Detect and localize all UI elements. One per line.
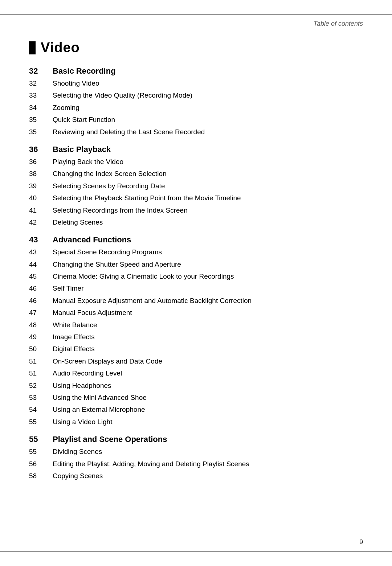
toc-entry-text: Shooting Video	[53, 78, 99, 89]
toc-entry-number: 52	[29, 380, 53, 391]
toc-entry-text: Selecting Scenes by Recording Date	[53, 181, 165, 192]
toc-entry-number: 38	[29, 168, 53, 179]
toc-entries-basic-recording: 32Shooting Video33Selecting the Video Qu…	[29, 78, 363, 138]
toc-section-header-playlist-scene-operations: 55Playlist and Scene Operations	[29, 435, 363, 444]
toc-entry-text: Audio Recording Level	[53, 368, 122, 379]
toc-section-basic-recording: 32Basic Recording32Shooting Video33Selec…	[29, 66, 363, 138]
toc-entry-text: Editing the Playlist: Adding, Moving and…	[53, 459, 249, 469]
toc-entry-text: Self Timer	[53, 283, 84, 294]
toc-entry: 53Using the Mini Advanced Shoe	[29, 392, 363, 403]
toc-entry: 55Dividing Scenes	[29, 446, 363, 457]
toc-entry-text: Changing the Shutter Speed and Aperture	[53, 259, 181, 270]
toc-section-header-advanced-functions: 43Advanced Functions	[29, 235, 363, 245]
toc-entry-text: Copying Scenes	[53, 471, 103, 481]
toc-section-header-basic-playback: 36Basic Playback	[29, 145, 363, 154]
toc-entry-text: Playing Back the Video	[53, 156, 123, 167]
toc-entry-text: Changing the Index Screen Selection	[53, 168, 167, 179]
toc-entry-number: 44	[29, 259, 53, 270]
toc-entry: 47Manual Focus Adjustment	[29, 307, 363, 318]
toc-entry-text: Selecting Recordings from the Index Scre…	[53, 205, 188, 216]
toc-section-label-basic-playback: Basic Playback	[53, 145, 111, 154]
toc-section-number-advanced-functions: 43	[29, 235, 53, 245]
toc-section-number-basic-recording: 32	[29, 66, 53, 76]
toc-entry-number: 54	[29, 404, 53, 415]
toc-entry-number: 36	[29, 156, 53, 167]
toc-entry: 56Editing the Playlist: Adding, Moving a…	[29, 459, 363, 469]
toc-entry-text: Quick Start Function	[53, 114, 115, 125]
toc-entries-basic-playback: 36Playing Back the Video38Changing the I…	[29, 156, 363, 228]
toc-entry-text: White Balance	[53, 320, 97, 331]
toc-entry: 48White Balance	[29, 320, 363, 331]
toc-entry-number: 39	[29, 181, 53, 192]
page-number: 9	[359, 538, 363, 546]
toc-entry-text: On-Screen Displays and Data Code	[53, 356, 162, 367]
toc-entries-playlist-scene-operations: 55Dividing Scenes56Editing the Playlist:…	[29, 446, 363, 481]
toc-entry: 46Manual Exposure Adjustment and Automat…	[29, 295, 363, 306]
toc-entry-text: Manual Focus Adjustment	[53, 307, 132, 318]
toc-entry: 40Selecting the Playback Starting Point …	[29, 193, 363, 204]
toc-entry: 35Quick Start Function	[29, 114, 363, 125]
toc-entry-text: Zooming	[53, 102, 79, 113]
toc-entry-number: 40	[29, 193, 53, 204]
toc-entry: 54Using an External Microphone	[29, 404, 363, 415]
toc-entry: 49Image Effects	[29, 332, 363, 343]
section-title: Video	[29, 40, 363, 56]
toc-entry-number: 51	[29, 368, 53, 379]
toc-entry: 39Selecting Scenes by Recording Date	[29, 181, 363, 192]
toc-entry-number: 50	[29, 344, 53, 354]
toc-entry: 58Copying Scenes	[29, 471, 363, 481]
toc-entry-text: Using a Video Light	[53, 417, 112, 427]
toc-entry-text: Dividing Scenes	[53, 446, 102, 457]
toc-entry-text: Digital Effects	[53, 344, 95, 354]
toc-entry-text: Manual Exposure Adjustment and Automatic…	[53, 295, 252, 306]
toc-entry: 36Playing Back the Video	[29, 156, 363, 167]
toc-entry-number: 35	[29, 127, 53, 138]
toc-entry: 55Using a Video Light	[29, 417, 363, 427]
toc-entry: 33Selecting the Video Quality (Recording…	[29, 90, 363, 101]
toc-entry: 45Cinema Mode: Giving a Cinematic Look t…	[29, 271, 363, 282]
toc-sections-container: 32Basic Recording32Shooting Video33Selec…	[29, 66, 363, 481]
toc-entry-number: 41	[29, 205, 53, 216]
toc-entry: 52Using Headphones	[29, 380, 363, 391]
toc-entry-number: 32	[29, 78, 53, 89]
toc-entry-number: 46	[29, 283, 53, 294]
toc-entry-number: 48	[29, 320, 53, 331]
bottom-border	[0, 551, 392, 551]
toc-entry-number: 46	[29, 295, 53, 306]
toc-entry: 35Reviewing and Deleting the Last Scene …	[29, 127, 363, 138]
toc-entry: 51Audio Recording Level	[29, 368, 363, 379]
toc-entry-number: 42	[29, 217, 53, 228]
toc-entry-number: 56	[29, 459, 53, 469]
toc-entry-text: Using Headphones	[53, 380, 111, 391]
toc-entry-text: Deleting Scenes	[53, 217, 103, 228]
toc-entry-number: 33	[29, 90, 53, 101]
toc-entry-text: Image Effects	[53, 332, 95, 343]
toc-entry: 38Changing the Index Screen Selection	[29, 168, 363, 179]
toc-entry: 44Changing the Shutter Speed and Apertur…	[29, 259, 363, 270]
toc-entry-text: Using the Mini Advanced Shoe	[53, 392, 147, 403]
content-area: Video 32Basic Recording32Shooting Video3…	[0, 0, 392, 518]
toc-section-basic-playback: 36Basic Playback36Playing Back the Video…	[29, 145, 363, 228]
toc-entry-text: Cinema Mode: Giving a Cinematic Look to …	[53, 271, 234, 282]
toc-entries-advanced-functions: 43Special Scene Recording Programs44Chan…	[29, 247, 363, 427]
toc-entry-number: 43	[29, 247, 53, 258]
toc-entry-number: 47	[29, 307, 53, 318]
toc-section-number-basic-playback: 36	[29, 145, 53, 154]
toc-section-number-playlist-scene-operations: 55	[29, 435, 53, 444]
toc-section-label-basic-recording: Basic Recording	[53, 66, 116, 76]
toc-entry-text: Selecting the Playback Starting Point fr…	[53, 193, 241, 204]
toc-entry-text: Special Scene Recording Programs	[53, 247, 162, 258]
toc-entry-text: Reviewing and Deleting the Last Scene Re…	[53, 127, 205, 138]
toc-entry-number: 49	[29, 332, 53, 343]
toc-section-label-playlist-scene-operations: Playlist and Scene Operations	[53, 435, 167, 444]
toc-section-playlist-scene-operations: 55Playlist and Scene Operations55Dividin…	[29, 435, 363, 481]
toc-entry-number: 35	[29, 114, 53, 125]
section-marker-block	[29, 41, 36, 54]
toc-entry-number: 51	[29, 356, 53, 367]
toc-entry: 46Self Timer	[29, 283, 363, 294]
toc-entry: 41Selecting Recordings from the Index Sc…	[29, 205, 363, 216]
toc-entry: 34Zooming	[29, 102, 363, 113]
toc-section-label-advanced-functions: Advanced Functions	[53, 235, 131, 245]
section-title-text: Video	[41, 40, 80, 56]
toc-entry: 50Digital Effects	[29, 344, 363, 354]
